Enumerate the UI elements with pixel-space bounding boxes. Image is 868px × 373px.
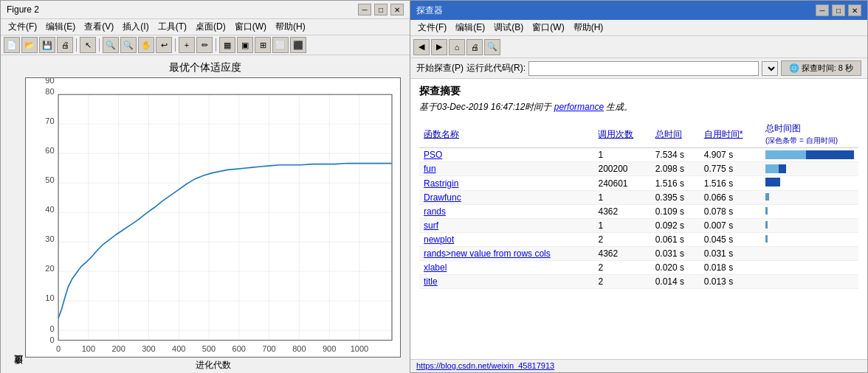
table-row: Drawfunc10.395 s0.066 s <box>419 191 858 205</box>
restore-button[interactable]: □ <box>374 4 388 15</box>
svg-text:30: 30 <box>45 234 54 243</box>
search-insp-btn[interactable]: 🔍 <box>484 39 500 55</box>
svg-text:400: 400 <box>172 344 185 353</box>
self-time-cell: 4.907 s <box>700 148 761 162</box>
total-time-cell: 1.516 s <box>651 176 700 191</box>
col-bar-chart: 总时间图(深色条带 = 自用时间) <box>761 121 858 148</box>
svg-text:300: 300 <box>142 344 155 353</box>
insp-close-button[interactable]: ✕ <box>848 4 861 16</box>
svg-text:90: 90 <box>45 78 54 85</box>
menu-file[interactable]: 文件(F) <box>4 19 41 35</box>
insp-minimize-button[interactable]: ─ <box>816 4 829 16</box>
calls-cell: 1 <box>593 191 650 205</box>
svg-text:60: 60 <box>45 146 54 155</box>
close-button[interactable]: ✕ <box>390 4 404 15</box>
total-time-cell: 0.020 s <box>651 261 700 275</box>
insp-menu-file[interactable]: 文件(F) <box>413 20 451 35</box>
pan-btn[interactable]: ✋ <box>138 37 154 53</box>
y-axis-label: 适应度 <box>10 77 25 372</box>
table-row: rands43620.109 s0.078 s <box>419 205 858 219</box>
insp-menu-window[interactable]: 窗口(W) <box>528 20 568 35</box>
col-func-name[interactable]: 函数名称 <box>419 121 593 148</box>
menu-desktop[interactable]: 桌面(D) <box>191 19 230 35</box>
svg-text:1000: 1000 <box>351 344 368 353</box>
func-link[interactable]: fun <box>424 164 436 174</box>
chart-svg-area[interactable]: 0 0 10 20 30 40 50 60 70 80 90 0 100 <box>25 77 401 358</box>
insp-maximize-button[interactable]: □ <box>832 4 845 16</box>
func-link[interactable]: title <box>424 276 438 287</box>
inspector-content[interactable]: 探查摘要 基于03-Dec-2019 16:47:12时间于 performan… <box>410 79 867 359</box>
menu-view[interactable]: 查看(V) <box>80 19 118 35</box>
home-btn[interactable]: ⌂ <box>449 39 465 55</box>
insp-menu-debug[interactable]: 调试(B) <box>489 20 528 35</box>
table-row: rands>new value from rows cols43620.031 … <box>419 247 858 261</box>
save-btn[interactable]: 💾 <box>39 37 55 53</box>
figure-toolbar: 📄 📂 💾 🖨 ↖ 🔍 🔍 ✋ ↩ + ✏ ▦ ▣ ⊞ ⬜ ⬛ <box>1 35 410 55</box>
inspector-titlebar: 探查器 ─ □ ✕ <box>410 1 867 20</box>
new-file-btn[interactable]: 📄 <box>4 37 20 53</box>
performance-table: 函数名称 调用次数 总时间 自用时间* 总时间图(深色条带 = 自用时间) PS… <box>419 121 858 289</box>
datacursor-btn[interactable]: + <box>179 37 195 53</box>
func-link[interactable]: newplot <box>424 234 454 245</box>
figure-titlebar: Figure 2 ─ □ ✕ <box>1 1 410 19</box>
calls-cell: 2 <box>593 275 650 289</box>
svg-text:50: 50 <box>45 175 54 184</box>
menu-tools[interactable]: 工具(T) <box>154 19 191 35</box>
legend-btn[interactable]: ▣ <box>237 37 253 53</box>
func-link[interactable]: Rastrigin <box>424 178 458 189</box>
func-link[interactable]: xlabel <box>424 262 447 273</box>
minimize-button[interactable]: ─ <box>358 4 371 15</box>
calls-cell: 240601 <box>593 176 650 191</box>
open-btn[interactable]: 📂 <box>21 37 38 53</box>
svg-text:600: 600 <box>232 344 246 353</box>
bar-cell <box>761 148 858 162</box>
func-link[interactable]: PSO <box>424 150 442 160</box>
zoom-in-btn[interactable]: 🔍 <box>103 37 119 53</box>
insp-menu-edit[interactable]: 编辑(E) <box>451 20 489 35</box>
col-self-time[interactable]: 自用时间* <box>700 121 761 148</box>
self-time-cell: 0.066 s <box>700 191 761 205</box>
self-time-cell: 0.031 s <box>700 247 761 261</box>
func-link[interactable]: rands>new value from rows cols <box>424 248 551 259</box>
insp-menu-help[interactable]: 帮助(H) <box>569 20 608 35</box>
self-time-cell: 0.045 s <box>700 233 761 247</box>
svg-text:900: 900 <box>323 344 336 353</box>
print-btn[interactable]: 🖨 <box>57 37 73 53</box>
print-insp-btn[interactable]: 🖨 <box>466 39 483 55</box>
col-calls[interactable]: 调用次数 <box>593 121 650 148</box>
svg-text:20: 20 <box>45 264 54 273</box>
performance-link[interactable]: performance <box>554 102 604 112</box>
self-time-cell: 0.775 s <box>700 162 761 176</box>
run-button[interactable]: 🌐 探查时间: 8 秒 <box>781 60 861 76</box>
chart-inner: 0 0 10 20 30 40 50 60 70 80 90 0 100 <box>25 77 401 372</box>
table-row: Rastrigin2406011.516 s1.516 s <box>419 176 858 191</box>
table-row: xlabel20.020 s0.018 s <box>419 261 858 275</box>
svg-text:800: 800 <box>292 344 306 353</box>
run-code-input[interactable] <box>528 61 759 76</box>
cursor-btn[interactable]: ↖ <box>80 37 96 53</box>
forward-btn[interactable]: ▶ <box>431 39 447 55</box>
plot-area: 最优个体适应度 适应度 <box>1 55 410 373</box>
func-link[interactable]: Drawfunc <box>424 192 461 203</box>
func-link[interactable]: surf <box>424 220 438 231</box>
zoom-out-btn[interactable]: 🔍 <box>120 37 137 53</box>
x-axis-label: 进化代数 <box>25 358 401 372</box>
bar-cell <box>761 219 858 233</box>
toolbar-sep-4 <box>216 38 216 52</box>
figure-menubar: 文件(F) 编辑(E) 查看(V) 插入(I) 工具(T) 桌面(D) 窗口(W… <box>1 19 410 35</box>
run-code-select[interactable] <box>762 61 778 76</box>
col-total-time[interactable]: 总时间 <box>651 121 700 148</box>
rotate-btn[interactable]: ↩ <box>156 37 172 53</box>
axes-btn[interactable]: ⬜ <box>272 37 289 53</box>
figure-btn[interactable]: ⬛ <box>290 37 306 53</box>
toolbar-sep-1 <box>76 38 77 52</box>
menu-window[interactable]: 窗口(W) <box>230 19 271 35</box>
menu-edit[interactable]: 编辑(E) <box>41 19 80 35</box>
menu-help[interactable]: 帮助(H) <box>271 19 310 35</box>
colorbar-btn[interactable]: ▦ <box>219 37 235 53</box>
func-link[interactable]: rands <box>424 206 446 217</box>
grid-btn[interactable]: ⊞ <box>255 37 271 53</box>
menu-insert[interactable]: 插入(I) <box>118 19 153 35</box>
brush-btn[interactable]: ✏ <box>196 37 213 53</box>
back-btn[interactable]: ◀ <box>413 39 430 55</box>
